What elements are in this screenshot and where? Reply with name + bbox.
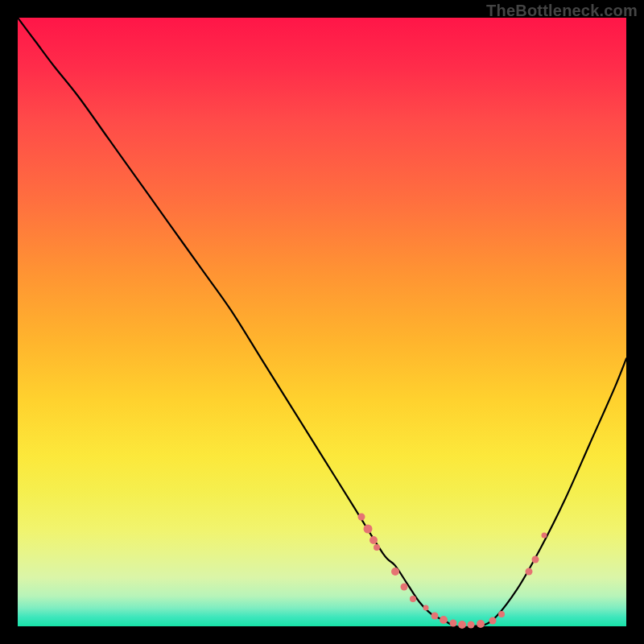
chart-plot-area bbox=[18, 18, 626, 626]
chart-marker bbox=[423, 605, 428, 611]
chart-container: TheBottleneck.com bbox=[0, 0, 644, 644]
chart-marker bbox=[374, 544, 380, 551]
chart-marker bbox=[541, 532, 547, 538]
chart-marker bbox=[531, 555, 539, 563]
chart-marker bbox=[489, 617, 496, 625]
chart-marker bbox=[401, 583, 408, 590]
watermark-text: TheBottleneck.com bbox=[486, 2, 638, 20]
chart-marker bbox=[363, 525, 372, 534]
chart-marker bbox=[369, 536, 378, 544]
chart-marker bbox=[458, 621, 466, 629]
chart-marker bbox=[410, 596, 416, 602]
chart-marker bbox=[477, 620, 485, 628]
chart-marker bbox=[358, 513, 365, 520]
chart-marker bbox=[440, 616, 448, 624]
chart-marker bbox=[431, 613, 438, 620]
chart-marker bbox=[449, 620, 456, 627]
chart-curve bbox=[18, 18, 626, 626]
chart-marker bbox=[391, 568, 399, 576]
chart-marker bbox=[498, 611, 505, 617]
chart-marker bbox=[468, 621, 475, 629]
curve-path bbox=[18, 18, 626, 626]
chart-marker bbox=[526, 568, 533, 575]
